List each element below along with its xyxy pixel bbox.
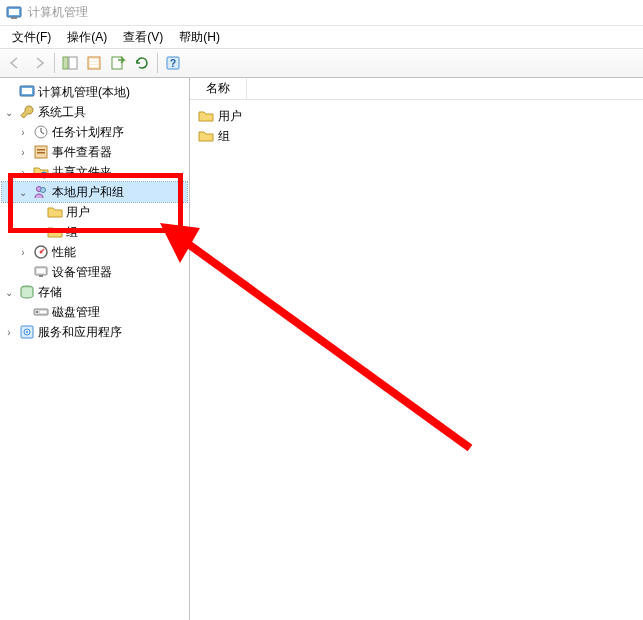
menu-view[interactable]: 查看(V)	[115, 27, 171, 48]
tree-label: 性能	[52, 244, 76, 261]
tree-label: 事件查看器	[52, 144, 112, 161]
disk-icon	[33, 304, 49, 320]
svg-rect-3	[63, 57, 68, 69]
expand-icon[interactable]: ›	[16, 167, 30, 178]
expand-icon[interactable]: ›	[16, 247, 30, 258]
svg-rect-8	[90, 65, 98, 67]
svg-rect-9	[112, 57, 122, 69]
menu-file[interactable]: 文件(F)	[4, 27, 59, 48]
svg-rect-17	[37, 152, 45, 154]
tree-storage[interactable]: ⌄ 存储	[2, 282, 187, 302]
svg-point-32	[26, 331, 28, 333]
refresh-button[interactable]	[131, 52, 153, 74]
menu-bar: 文件(F) 操作(A) 查看(V) 帮助(H)	[0, 26, 643, 48]
users-group-icon	[33, 184, 49, 200]
expand-icon[interactable]: ›	[2, 327, 16, 338]
tree-label: 设备管理器	[52, 264, 112, 281]
folder-icon	[47, 224, 63, 240]
folder-icon	[198, 128, 214, 144]
event-log-icon	[33, 144, 49, 160]
app-icon	[6, 5, 22, 21]
svg-point-28	[36, 311, 38, 313]
svg-point-20	[41, 188, 46, 193]
toolbar-separator	[54, 53, 55, 73]
expand-icon[interactable]: ›	[16, 147, 30, 158]
svg-rect-29	[40, 311, 46, 313]
nav-forward-button[interactable]	[28, 52, 50, 74]
tree-label: 计算机管理(本地)	[38, 84, 130, 101]
tree-groups[interactable]: 组	[2, 222, 187, 242]
svg-rect-1	[9, 9, 19, 15]
tree-services-apps[interactable]: › 服务和应用程序	[2, 322, 187, 342]
list-item-groups[interactable]: 组	[198, 126, 635, 146]
export-list-button[interactable]	[107, 52, 129, 74]
title-bar: 计算机管理	[0, 0, 643, 26]
show-hide-tree-button[interactable]	[59, 52, 81, 74]
toolbar: ?	[0, 48, 643, 78]
help-button[interactable]: ?	[162, 52, 184, 74]
svg-rect-4	[69, 57, 77, 69]
device-manager-icon	[33, 264, 49, 280]
tree-root[interactable]: 计算机管理(本地)	[2, 82, 187, 102]
services-icon	[19, 324, 35, 340]
svg-rect-16	[37, 149, 45, 151]
list-item-label: 组	[218, 128, 230, 145]
tree-label: 系统工具	[38, 104, 86, 121]
tree-shared-folders[interactable]: › 共享文件夹	[2, 162, 187, 182]
svg-rect-7	[90, 62, 98, 64]
tree-label: 本地用户和组	[52, 184, 124, 201]
collapse-icon[interactable]: ⌄	[16, 187, 30, 198]
tree-event-viewer[interactable]: › 事件查看器	[2, 142, 187, 162]
tree-local-users-groups[interactable]: ⌄ 本地用户和组	[2, 182, 187, 202]
list-header: 名称	[190, 78, 643, 100]
tree-device-manager[interactable]: 设备管理器	[2, 262, 187, 282]
tree-label: 用户	[66, 204, 90, 221]
wrench-icon	[19, 104, 35, 120]
collapse-icon[interactable]: ⌄	[2, 107, 16, 118]
list-panel: 名称 用户 组	[190, 78, 643, 620]
tree-label: 磁盘管理	[52, 304, 100, 321]
tree-disk-management[interactable]: 磁盘管理	[2, 302, 187, 322]
column-header-name[interactable]: 名称	[190, 78, 247, 99]
clock-icon	[33, 124, 49, 140]
window-title: 计算机管理	[28, 4, 88, 21]
shared-folder-icon	[33, 164, 49, 180]
list-body[interactable]: 用户 组	[190, 100, 643, 152]
tree-label: 服务和应用程序	[38, 324, 122, 341]
folder-icon	[198, 108, 214, 124]
tree-system-tools[interactable]: ⌄ 系统工具	[2, 102, 187, 122]
svg-rect-25	[39, 275, 43, 277]
list-item-users[interactable]: 用户	[198, 106, 635, 126]
tree-label: 共享文件夹	[52, 164, 112, 181]
collapse-icon[interactable]: ⌄	[2, 287, 16, 298]
tree-task-scheduler[interactable]: › 任务计划程序	[2, 122, 187, 142]
expand-icon[interactable]: ›	[16, 127, 30, 138]
menu-action[interactable]: 操作(A)	[59, 27, 115, 48]
list-item-label: 用户	[218, 108, 242, 125]
tree-panel[interactable]: 计算机管理(本地) ⌄ 系统工具 › 任务计划程序 › 事件查看器 ›	[0, 78, 190, 620]
performance-icon	[33, 244, 49, 260]
svg-rect-13	[22, 88, 32, 94]
tree-label: 任务计划程序	[52, 124, 124, 141]
svg-point-18	[41, 172, 47, 178]
toolbar-separator	[157, 53, 158, 73]
svg-text:?: ?	[170, 58, 176, 69]
folder-icon	[47, 204, 63, 220]
svg-rect-2	[11, 17, 17, 19]
tree-users[interactable]: 用户	[2, 202, 187, 222]
properties-button[interactable]	[83, 52, 105, 74]
nav-back-button[interactable]	[4, 52, 26, 74]
tree-label: 组	[66, 224, 78, 241]
storage-icon	[19, 284, 35, 300]
menu-help[interactable]: 帮助(H)	[171, 27, 228, 48]
mmc-icon	[19, 84, 35, 100]
tree-label: 存储	[38, 284, 62, 301]
svg-rect-6	[90, 59, 98, 61]
svg-rect-24	[37, 269, 45, 273]
tree-performance[interactable]: › 性能	[2, 242, 187, 262]
